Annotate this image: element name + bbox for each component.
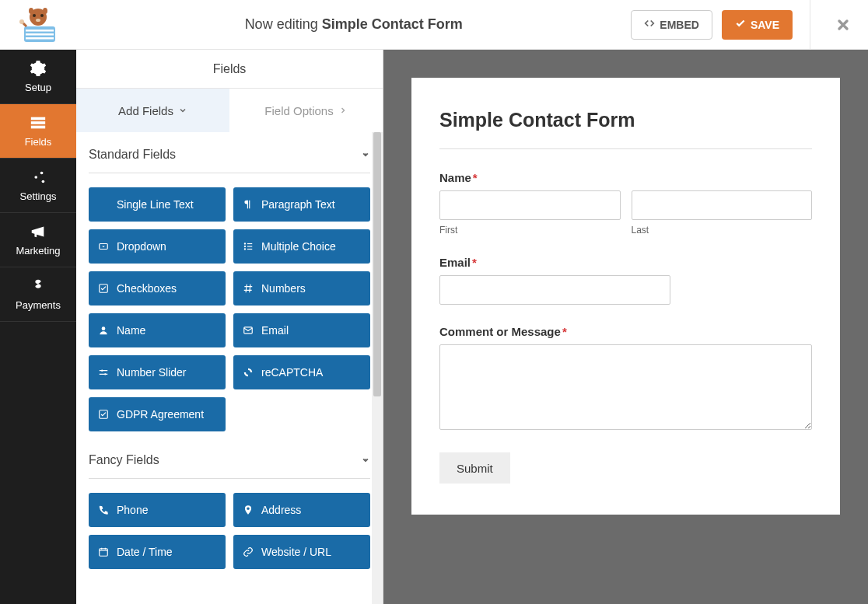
- svg-rect-9: [26, 37, 54, 40]
- svg-rect-7: [26, 30, 54, 32]
- last-name-input[interactable]: [632, 190, 813, 220]
- sliders-icon: [98, 367, 109, 378]
- fancy-grid: Phone Address Date / Time Website / URL: [89, 493, 370, 569]
- field-label: Website / URL: [261, 546, 331, 558]
- envelope-icon: [243, 325, 254, 336]
- field-label: Checkboxes: [117, 282, 177, 295]
- first-sublabel: First: [439, 225, 621, 236]
- chevron-down-icon: [361, 150, 370, 159]
- field-email-preview[interactable]: Email*: [439, 256, 812, 305]
- divider: [439, 148, 812, 149]
- field-label: Multiple Choice: [261, 240, 336, 253]
- nav-setup[interactable]: Setup: [0, 50, 76, 104]
- field-single-line-text[interactable]: Single Line Text: [89, 187, 226, 222]
- svg-rect-12: [31, 121, 45, 124]
- tab-add-fields[interactable]: Add Fields: [76, 89, 229, 132]
- hash-icon: [243, 283, 254, 294]
- sliders-icon: [30, 169, 47, 186]
- email-input[interactable]: [439, 275, 670, 305]
- field-email[interactable]: Email: [233, 313, 370, 347]
- svg-rect-19: [247, 243, 252, 244]
- field-label: Date / Time: [117, 546, 173, 558]
- field-comment-preview[interactable]: Comment or Message*: [439, 325, 812, 432]
- divider: [810, 0, 810, 50]
- gear-icon: [30, 60, 47, 77]
- field-checkboxes[interactable]: Checkboxes: [89, 271, 226, 305]
- form-card: Simple Contact Form Name* First Last Ema…: [411, 78, 840, 515]
- svg-point-2: [40, 14, 44, 17]
- tab-field-options[interactable]: Field Options: [229, 89, 383, 132]
- nav-marketing[interactable]: Marketing: [0, 213, 76, 267]
- field-recaptcha[interactable]: reCAPTCHA: [233, 355, 370, 389]
- svg-rect-8: [26, 33, 54, 36]
- submit-button[interactable]: Submit: [439, 452, 510, 484]
- field-name[interactable]: Name: [89, 313, 226, 347]
- svg-point-27: [101, 370, 103, 372]
- svg-point-16: [42, 180, 45, 183]
- field-multiple-choice[interactable]: Multiple Choice: [233, 229, 370, 264]
- svg-point-28: [104, 373, 106, 375]
- field-label: GDPR Agreement: [117, 408, 204, 421]
- svg-point-15: [34, 176, 37, 179]
- section-header-fancy[interactable]: Fancy Fields: [89, 453, 370, 479]
- dollar-icon: [30, 278, 47, 295]
- section-header-standard[interactable]: Standard Fields: [89, 148, 370, 173]
- label-text: Comment or Message: [439, 325, 561, 338]
- svg-rect-21: [247, 246, 252, 246]
- tab-label: Add Fields: [118, 104, 173, 117]
- field-address[interactable]: Address: [233, 493, 370, 527]
- close-button[interactable]: [824, 0, 862, 50]
- code-icon: [644, 18, 655, 31]
- field-name-preview[interactable]: Name* First Last: [439, 171, 812, 236]
- svg-point-5: [43, 8, 47, 14]
- megaphone-icon: [30, 223, 47, 240]
- email-label: Email*: [439, 256, 812, 269]
- field-phone[interactable]: Phone: [89, 493, 226, 527]
- save-button[interactable]: SAVE: [722, 10, 793, 40]
- field-label: Dropdown: [117, 240, 166, 253]
- section-title: Standard Fields: [89, 148, 176, 162]
- user-icon: [98, 325, 109, 336]
- chevron-down-icon: [361, 456, 370, 465]
- pin-icon: [243, 504, 254, 515]
- svg-point-25: [102, 326, 106, 330]
- field-dropdown[interactable]: Dropdown: [89, 229, 226, 264]
- field-website-url[interactable]: Website / URL: [233, 535, 370, 569]
- required-asterisk: *: [473, 171, 478, 184]
- svg-point-1: [33, 14, 36, 17]
- field-label: Number Slider: [117, 366, 186, 379]
- comment-textarea[interactable]: [439, 344, 812, 430]
- svg-rect-30: [100, 549, 108, 556]
- form-preview: Simple Contact Form Name* First Last Ema…: [383, 50, 868, 604]
- checkbox-icon: [98, 283, 109, 294]
- first-name-input[interactable]: [439, 190, 621, 220]
- standard-grid: Single Line Text Paragraph Text Dropdown…: [89, 187, 370, 431]
- label-text: Email: [439, 256, 471, 269]
- embed-button[interactable]: EMBED: [631, 10, 712, 40]
- svg-point-3: [36, 19, 40, 22]
- svg-point-10: [19, 19, 24, 24]
- recaptcha-icon: [243, 367, 254, 378]
- field-number-slider[interactable]: Number Slider: [89, 355, 226, 389]
- fields-scroll: Standard Fields Single Line Text Paragra…: [76, 132, 383, 591]
- dropdown-icon: [98, 241, 109, 252]
- field-label: Numbers: [261, 282, 306, 295]
- sidebar-nav: Setup Fields Settings Marketing Payments: [0, 50, 76, 604]
- field-numbers[interactable]: Numbers: [233, 271, 370, 305]
- nav-settings[interactable]: Settings: [0, 159, 76, 213]
- field-paragraph-text[interactable]: Paragraph Text: [233, 187, 370, 222]
- checkbox-icon: [98, 409, 109, 420]
- section-title: Fancy Fields: [89, 453, 159, 467]
- form-title: Simple Contact Form: [439, 109, 812, 131]
- required-asterisk: *: [562, 325, 567, 338]
- label-text: Name: [439, 171, 471, 184]
- nav-label: Payments: [16, 299, 61, 311]
- list-icon: [243, 241, 254, 252]
- field-date-time[interactable]: Date / Time: [89, 535, 226, 569]
- nav-payments[interactable]: Payments: [0, 267, 76, 322]
- svg-point-4: [29, 8, 33, 14]
- nav-fields[interactable]: Fields: [0, 104, 76, 159]
- comment-label: Comment or Message*: [439, 325, 812, 338]
- field-gdpr[interactable]: GDPR Agreement: [89, 397, 226, 431]
- editing-prefix: Now editing: [245, 16, 322, 32]
